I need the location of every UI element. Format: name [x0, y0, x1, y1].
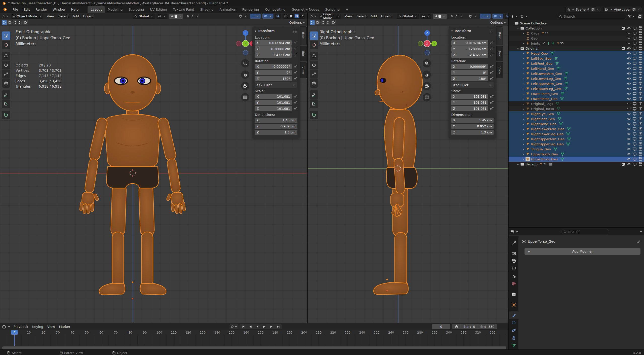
- close-icon[interactable]: ×: [637, 8, 641, 11]
- lock-icon[interactable]: [490, 53, 494, 57]
- outliner-row-leftlowerleg-geo[interactable]: ▸LeftLowerLeg_Geo: [509, 76, 644, 81]
- outliner-row-righthand-geo[interactable]: ▸RightHand_Geo: [509, 121, 644, 126]
- tool-scale[interactable]: [310, 70, 318, 79]
- hide-eye-icon[interactable]: [627, 46, 631, 50]
- xray-toggle[interactable]: [275, 14, 281, 19]
- disable-viewport-icon[interactable]: [633, 77, 637, 81]
- properties-tab-modifiers[interactable]: [509, 311, 518, 319]
- hide-eye-icon[interactable]: [627, 132, 631, 136]
- hidden-eye-icon[interactable]: [627, 41, 631, 45]
- workspace-tab-shading[interactable]: Shading: [197, 7, 217, 12]
- hidden-eye-icon[interactable]: [627, 36, 631, 40]
- transform-orientation-select[interactable]: Global: [133, 14, 155, 19]
- disable-viewport-icon[interactable]: [633, 46, 637, 50]
- outliner-item-label[interactable]: Backup: [526, 162, 538, 166]
- outliner-item-label[interactable]: LowerTorso_Geo: [531, 97, 557, 101]
- select-mode-0[interactable]: [2, 20, 7, 25]
- expand-toggle[interactable]: ▸: [521, 118, 526, 120]
- disable-render-icon[interactable]: [638, 61, 642, 65]
- transform-panel-header[interactable]: ▾Transform⣿⣿: [255, 28, 297, 34]
- properties-search[interactable]: Search: [561, 229, 609, 234]
- tool-annotate[interactable]: [2, 90, 10, 99]
- zoom-button[interactable]: [423, 59, 431, 67]
- pan-hand-button[interactable]: [423, 70, 431, 79]
- viewport-options-menu[interactable]: Options: [289, 21, 305, 24]
- outliner-item-label[interactable]: RightLowerArm_Geo: [531, 127, 564, 131]
- hidden-eye-icon[interactable]: [627, 102, 631, 106]
- hide-eye-icon[interactable]: [627, 61, 631, 65]
- expand-toggle[interactable]: ▸: [516, 163, 520, 166]
- hide-eye-icon[interactable]: [627, 137, 631, 141]
- disable-render-icon[interactable]: [638, 87, 642, 91]
- viewport-side[interactable]: Object ModeViewSelectAddObjectGlobal Opt…: [308, 13, 508, 323]
- frame-end-field[interactable]: End330: [478, 324, 497, 329]
- select-mode-2[interactable]: [320, 20, 325, 25]
- hide-eye-icon[interactable]: [627, 77, 631, 81]
- expand-toggle[interactable]: ▸: [521, 77, 526, 80]
- properties-tab-physics[interactable]: [509, 327, 518, 334]
- lock-icon[interactable]: [490, 95, 494, 98]
- hide-eye-icon[interactable]: [627, 56, 631, 60]
- tool-annotate[interactable]: [310, 90, 318, 99]
- disable-viewport-icon[interactable]: [633, 51, 637, 55]
- proportional-editing-toggle[interactable]: [185, 14, 200, 19]
- display-mode-icon[interactable]: [520, 15, 524, 18]
- timeline-scrollbar[interactable]: [2, 346, 506, 349]
- lock-icon[interactable]: [293, 53, 297, 57]
- outliner-row-rightupperleg-geo[interactable]: ▸RightUpperLeg_Geo: [509, 141, 644, 147]
- tool-move[interactable]: [310, 52, 318, 60]
- outliner-row-leftupperarm-geo[interactable]: ▸LeftUpperArm_Geo: [509, 81, 644, 86]
- hide-eye-icon[interactable]: [627, 66, 631, 70]
- lock-icon[interactable]: [293, 101, 297, 104]
- timeline-menu-keying[interactable]: Keying: [30, 325, 45, 329]
- disable-render-icon[interactable]: [638, 137, 642, 141]
- rotation-z-field[interactable]: Z-180°: [255, 76, 292, 81]
- disable-viewport-icon[interactable]: [633, 41, 637, 45]
- close-icon[interactable]: ×: [596, 8, 600, 11]
- sidebar-tab-item[interactable]: Item: [496, 26, 503, 45]
- outliner-row-leftfoot-geo[interactable]: ▸LeftFoot_Geo: [509, 61, 644, 66]
- expand-toggle[interactable]: ▾: [516, 47, 520, 50]
- select-mode-0[interactable]: [310, 20, 315, 25]
- disable-viewport-icon[interactable]: [633, 112, 637, 116]
- outliner-row-leftupperleg-geo[interactable]: ▸LeftUpperLeg_Geo: [509, 86, 644, 91]
- disable-viewport-icon[interactable]: [633, 162, 637, 166]
- rotation-mode-select[interactable]: XYZ Euler: [255, 82, 297, 88]
- jump-to-start-button[interactable]: [239, 324, 247, 329]
- sidebar-tab-view[interactable]: View: [496, 62, 503, 78]
- workspace-tab-uv-editing[interactable]: UV Editing: [147, 7, 170, 12]
- disable-render-icon[interactable]: [638, 132, 642, 136]
- scale-z-field[interactable]: Z101.081: [451, 106, 488, 111]
- tool-measure[interactable]: [310, 99, 318, 108]
- pin-icon[interactable]: [587, 8, 590, 11]
- disable-viewport-icon[interactable]: [633, 132, 637, 136]
- add-modifier-button[interactable]: + Add Modifier: [525, 248, 640, 255]
- expand-toggle[interactable]: ▸: [521, 72, 526, 75]
- timeline-menu-playback[interactable]: Playback: [12, 325, 30, 329]
- expand-toggle[interactable]: ▸: [521, 97, 526, 100]
- previous-keyframe-button[interactable]: [247, 324, 254, 329]
- exclude-checkbox[interactable]: [621, 26, 625, 30]
- rotation-y-field[interactable]: Y0°: [255, 70, 292, 75]
- menu-render[interactable]: Render: [33, 7, 50, 12]
- shading-material-preview[interactable]: [295, 14, 299, 18]
- disable-render-icon[interactable]: [638, 26, 642, 30]
- viewport-menu-select[interactable]: Select: [57, 14, 71, 18]
- frame-tick-area[interactable]: [0, 335, 508, 346]
- menu-file[interactable]: File: [10, 7, 21, 12]
- tool-move[interactable]: [2, 52, 10, 60]
- shading-rendered[interactable]: [300, 14, 304, 18]
- viewport-menu-object[interactable]: Object: [81, 14, 96, 18]
- expand-toggle[interactable]: ▾: [516, 27, 520, 30]
- pivot-point-select[interactable]: [420, 14, 431, 19]
- workspace-tab-modeling[interactable]: Modeling: [105, 7, 126, 12]
- overlays-menu[interactable]: [262, 14, 273, 19]
- disable-viewport-icon[interactable]: [633, 36, 637, 40]
- outliner-row-lefthand-geo[interactable]: ▸LeftHand_Geo: [509, 66, 644, 71]
- disable-viewport-icon[interactable]: [633, 107, 637, 111]
- tool-measure[interactable]: [2, 99, 10, 108]
- outliner-item-label[interactable]: RightFoot_Geo: [531, 117, 555, 121]
- outliner-row-cage[interactable]: ▸Cage15: [509, 31, 644, 36]
- outliner-item-label[interactable]: RightHand_Geo: [531, 122, 556, 126]
- shading-wireframe[interactable]: [284, 14, 288, 18]
